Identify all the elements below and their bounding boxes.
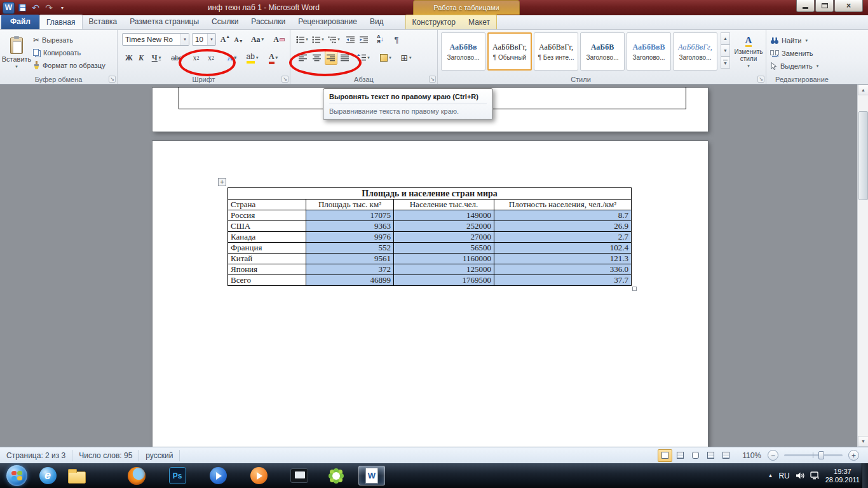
table-resize-handle[interactable] bbox=[632, 287, 637, 291]
style-gallery-down-button[interactable]: ▼ bbox=[721, 44, 730, 57]
view-outline-button[interactable] bbox=[703, 449, 718, 462]
format-painter-button[interactable]: Формат по образцу bbox=[31, 59, 108, 71]
font-dialog-launcher[interactable]: ↘ bbox=[281, 76, 288, 83]
style-card-no-spacing[interactable]: АаБбВвГг, ¶ Без инте... bbox=[534, 32, 578, 71]
taskbar-item-word-active[interactable]: W bbox=[358, 466, 385, 485]
tab-view[interactable]: Вид bbox=[363, 15, 390, 29]
clock[interactable]: 19:37 28.09.2011 bbox=[825, 468, 860, 484]
style-gallery-more-button[interactable]: ▼ bbox=[721, 57, 730, 69]
italic-button[interactable]: К bbox=[135, 51, 147, 65]
network-icon[interactable] bbox=[810, 471, 820, 480]
tab-references[interactable]: Ссылки bbox=[205, 15, 245, 29]
scroll-down-button[interactable]: ▼ bbox=[858, 436, 868, 447]
taskbar-item-presentation[interactable] bbox=[286, 466, 313, 485]
underline-button[interactable]: Ч bbox=[147, 51, 165, 65]
taskbar-item-icq[interactable] bbox=[323, 466, 349, 485]
view-print-layout-button[interactable] bbox=[658, 449, 672, 462]
style-card-heading4[interactable]: АаБбВвГг, Заголово... bbox=[673, 32, 717, 71]
tab-review[interactable]: Рецензирование bbox=[292, 15, 363, 29]
close-button[interactable]: × bbox=[834, 0, 863, 12]
taskbar-item-internet-explorer[interactable]: e bbox=[34, 466, 61, 485]
copy-button[interactable]: Копировать bbox=[31, 46, 83, 58]
zoom-in-button[interactable]: + bbox=[848, 450, 859, 461]
tab-mailings[interactable]: Рассылки bbox=[245, 15, 292, 29]
undo-button[interactable]: ↶ bbox=[30, 2, 41, 13]
taskbar-item-media-player-blue[interactable] bbox=[205, 466, 231, 485]
tab-page-layout[interactable]: Разметка страницы bbox=[123, 15, 205, 29]
paragraph-dialog-launcher[interactable]: ↘ bbox=[429, 76, 436, 83]
table-title[interactable]: Площадь и население стран мира bbox=[228, 188, 632, 200]
minimize-button[interactable] bbox=[796, 0, 815, 12]
language-indicator[interactable]: RU bbox=[778, 471, 789, 480]
taskbar-item-firefox[interactable] bbox=[123, 466, 150, 485]
hidden-icons-button[interactable]: ▲ bbox=[768, 473, 773, 478]
volume-icon[interactable] bbox=[796, 471, 804, 480]
taskbar-item-explorer[interactable] bbox=[64, 466, 90, 485]
zoom-level-button[interactable]: 110% bbox=[742, 451, 761, 460]
table-move-handle[interactable]: + bbox=[218, 178, 226, 186]
table-header-population[interactable]: Население тыс.чел. bbox=[394, 200, 494, 210]
style-card-heading1[interactable]: АаБбВ Заголово... bbox=[580, 32, 625, 71]
tab-home[interactable]: Главная bbox=[39, 15, 83, 29]
zoom-out-button[interactable]: − bbox=[768, 450, 778, 461]
start-button[interactable] bbox=[6, 465, 27, 486]
bullets-button[interactable] bbox=[295, 33, 309, 46]
style-gallery-up-button[interactable]: ▲ bbox=[721, 32, 730, 44]
zoom-slider-thumb[interactable] bbox=[818, 451, 824, 459]
sort-button[interactable]: АЯ ↓ bbox=[372, 33, 388, 46]
font-name-dropdown-icon[interactable] bbox=[180, 34, 189, 45]
save-button[interactable] bbox=[17, 2, 28, 13]
font-size-dropdown-icon[interactable] bbox=[207, 34, 215, 45]
scroll-up-button[interactable]: ▲ bbox=[858, 85, 868, 95]
view-web-layout-button[interactable] bbox=[688, 449, 703, 462]
scrollbar-thumb[interactable] bbox=[858, 111, 868, 200]
style-card-heading3[interactable]: АаБбВвВ Заголово... bbox=[627, 32, 671, 71]
grow-font-button[interactable]: А▲ bbox=[219, 33, 231, 46]
style-card-normal[interactable]: АаБбВвГг, ¶ Обычный bbox=[487, 32, 532, 71]
show-desktop-button[interactable] bbox=[862, 463, 868, 488]
font-size-combo[interactable]: 10 bbox=[192, 33, 216, 46]
page-2[interactable]: + Площадь и население стран мира Страна … bbox=[153, 141, 708, 447]
multilevel-list-button[interactable] bbox=[327, 33, 341, 46]
clipboard-dialog-launcher[interactable]: ↘ bbox=[109, 76, 116, 83]
shrink-font-button[interactable]: А▼ bbox=[233, 33, 245, 46]
taskbar-item-media-player-orange[interactable] bbox=[245, 466, 272, 485]
tab-table-layout[interactable]: Макет bbox=[462, 15, 496, 30]
bold-button[interactable]: Ж bbox=[123, 51, 135, 65]
highlight-color-button[interactable]: ab bbox=[243, 51, 262, 65]
font-name-combo[interactable]: Times New Ro bbox=[122, 33, 189, 46]
clear-formatting-button[interactable]: А bbox=[271, 33, 287, 46]
word-app-icon[interactable]: W bbox=[3, 2, 15, 14]
status-word-count[interactable]: Число слов: 95 bbox=[72, 450, 139, 461]
decrease-indent-button[interactable] bbox=[344, 33, 356, 46]
shading-button[interactable] bbox=[377, 51, 395, 65]
style-card-heading2[interactable]: АаБбВв Заголово... bbox=[441, 32, 485, 71]
table-header-area[interactable]: Площадь тыс. км² bbox=[306, 200, 394, 210]
redo-button[interactable]: ↷ bbox=[43, 2, 55, 13]
find-button[interactable]: Найти bbox=[770, 34, 808, 46]
change-styles-button[interactable]: А Изменить стили bbox=[733, 32, 764, 72]
table-header-country[interactable]: Страна bbox=[228, 200, 306, 210]
view-draft-button[interactable] bbox=[719, 449, 733, 462]
view-fullscreen-button[interactable] bbox=[673, 449, 688, 462]
replace-button[interactable]: Заменить bbox=[770, 47, 813, 59]
select-button[interactable]: Выделить bbox=[770, 60, 818, 72]
paste-button[interactable]: Вставить bbox=[3, 32, 30, 74]
show-marks-button[interactable]: ¶ bbox=[390, 33, 403, 46]
vertical-scrollbar[interactable]: ▲ ▼ bbox=[857, 85, 868, 447]
borders-button[interactable]: ⊞ bbox=[397, 51, 416, 65]
customize-qat-button[interactable]: ▾ bbox=[57, 2, 68, 13]
taskbar-item-photoshop[interactable]: Ps bbox=[164, 466, 191, 485]
table-header-density[interactable]: Плотность населения, чел./км² bbox=[494, 200, 632, 210]
tab-file[interactable]: Файл bbox=[1, 15, 39, 29]
tab-insert[interactable]: Вставка bbox=[83, 15, 124, 29]
font-color-button[interactable]: А bbox=[264, 51, 283, 65]
numbering-button[interactable] bbox=[311, 33, 325, 46]
maximize-button[interactable] bbox=[815, 0, 834, 12]
increase-indent-button[interactable] bbox=[357, 33, 370, 46]
zoom-slider[interactable] bbox=[784, 454, 843, 456]
styles-dialog-launcher[interactable]: ↘ bbox=[757, 76, 764, 83]
cut-button[interactable]: ✂ Вырезать bbox=[31, 34, 76, 46]
change-case-button[interactable]: Аа bbox=[247, 33, 268, 46]
status-language[interactable]: русский bbox=[139, 450, 180, 461]
